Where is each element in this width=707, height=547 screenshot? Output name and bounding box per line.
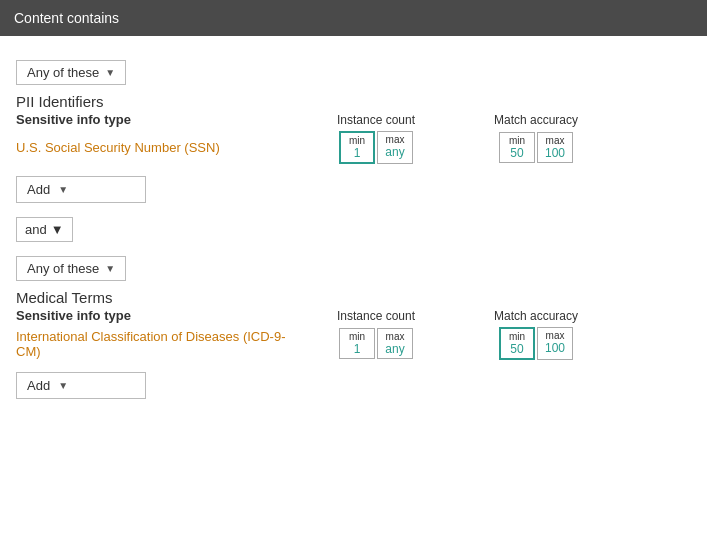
section1-accuracy-max-label: max bbox=[546, 135, 565, 146]
section2-accuracy-min-label: min bbox=[509, 331, 525, 342]
section2-accuracy-max-value: 100 bbox=[545, 341, 565, 355]
section1-add-label: Add bbox=[27, 182, 50, 197]
section2-accuracy-max-box[interactable]: max 100 bbox=[537, 327, 573, 360]
section1-accuracy-max-box[interactable]: max 100 bbox=[537, 132, 573, 163]
section1-instance-max-value: any bbox=[385, 145, 404, 159]
main-content: Any of these ▼ PII Identifiers Sensitive… bbox=[0, 36, 707, 413]
and-button[interactable]: and ▼ bbox=[16, 217, 73, 242]
section1-instance-min-label: min bbox=[349, 135, 365, 146]
section2-accuracy-min-box[interactable]: min 50 bbox=[499, 327, 535, 360]
title-bar: Content contains bbox=[0, 0, 707, 36]
section2-instance-max-value: any bbox=[385, 342, 404, 356]
section1-instance-max-label: max bbox=[386, 134, 405, 145]
section2-any-of-these-label: Any of these bbox=[27, 261, 99, 276]
section1-add-section: Add ▼ bbox=[16, 176, 691, 203]
section1-match-accuracy-header: Match accuracy bbox=[456, 113, 616, 127]
section2-instance-min-label: min bbox=[349, 331, 365, 342]
section2-accuracy-min-value: 50 bbox=[510, 342, 523, 356]
section2-instance-min-value: 1 bbox=[354, 342, 361, 356]
section1-accuracy-max-value: 100 bbox=[545, 146, 565, 160]
and-arrow: ▼ bbox=[51, 222, 64, 237]
section2-headers: Sensitive info type Instance count Match… bbox=[16, 308, 691, 323]
section2-sensitive-type-header: Sensitive info type bbox=[16, 308, 296, 323]
section1-instance-count-header: Instance count bbox=[296, 113, 456, 127]
section1-instance-min-value: 1 bbox=[354, 146, 361, 160]
section2-match-accuracy-header: Match accuracy bbox=[456, 309, 616, 323]
section1-any-of-these-arrow: ▼ bbox=[105, 67, 115, 78]
section2-block: Any of these ▼ Medical Terms Sensitive i… bbox=[16, 256, 691, 399]
section2-sensitive-type-link[interactable]: International Classification of Diseases… bbox=[16, 329, 296, 359]
section1-sensitive-type-header: Sensitive info type bbox=[16, 112, 296, 127]
section1-title: PII Identifiers bbox=[16, 93, 691, 110]
section1-data-row: U.S. Social Security Number (SSN) min 1 … bbox=[16, 131, 691, 164]
section2-add-label: Add bbox=[27, 378, 50, 393]
section1-instance-min-box[interactable]: min 1 bbox=[339, 131, 375, 164]
section2-instance-min-box[interactable]: min 1 bbox=[339, 328, 375, 359]
section2-instance-max-box[interactable]: max any bbox=[377, 328, 413, 359]
section2-accuracy-max-label: max bbox=[546, 330, 565, 341]
section1-add-dropdown[interactable]: Add ▼ bbox=[16, 176, 146, 203]
section2-add-dropdown[interactable]: Add ▼ bbox=[16, 372, 146, 399]
section2-any-of-these-row: Any of these ▼ bbox=[16, 256, 691, 281]
and-separator: and ▼ bbox=[16, 217, 691, 242]
section2-any-of-these-dropdown[interactable]: Any of these ▼ bbox=[16, 256, 126, 281]
section1-accuracy-min-label: min bbox=[509, 135, 525, 146]
section1-add-arrow: ▼ bbox=[58, 184, 68, 195]
title-bar-label: Content contains bbox=[14, 10, 119, 26]
section2-instance-count-header: Instance count bbox=[296, 309, 456, 323]
section1-any-of-these-dropdown[interactable]: Any of these ▼ bbox=[16, 60, 126, 85]
section1-sensitive-type-link[interactable]: U.S. Social Security Number (SSN) bbox=[16, 140, 296, 155]
section1-accuracy-boxes: min 50 max 100 bbox=[456, 132, 616, 163]
section1-any-of-these-row: Any of these ▼ bbox=[16, 60, 691, 85]
section2-data-row: International Classification of Diseases… bbox=[16, 327, 691, 360]
section2-title: Medical Terms bbox=[16, 289, 691, 306]
section1-accuracy-min-value: 50 bbox=[510, 146, 523, 160]
section2-add-arrow: ▼ bbox=[58, 380, 68, 391]
section1-count-boxes: min 1 max any bbox=[296, 131, 456, 164]
section1-accuracy-min-box[interactable]: min 50 bbox=[499, 132, 535, 163]
section2-any-of-these-arrow: ▼ bbox=[105, 263, 115, 274]
section1-instance-max-box[interactable]: max any bbox=[377, 131, 413, 164]
section1-any-of-these-label: Any of these bbox=[27, 65, 99, 80]
section1-block: Any of these ▼ PII Identifiers Sensitive… bbox=[16, 60, 691, 203]
section1-headers: Sensitive info type Instance count Match… bbox=[16, 112, 691, 127]
section2-add-section: Add ▼ bbox=[16, 372, 691, 399]
and-label: and bbox=[25, 222, 47, 237]
section2-accuracy-boxes: min 50 max 100 bbox=[456, 327, 616, 360]
section2-instance-max-label: max bbox=[386, 331, 405, 342]
section2-count-boxes: min 1 max any bbox=[296, 328, 456, 359]
